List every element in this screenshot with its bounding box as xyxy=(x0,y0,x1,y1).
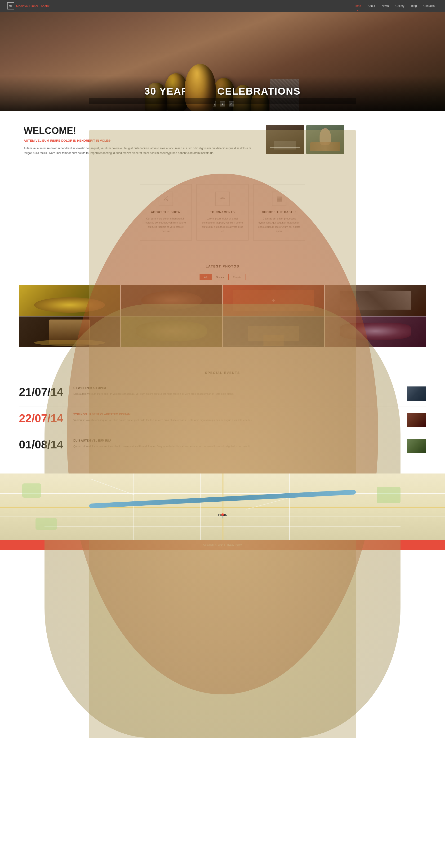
map-location-pin[interactable]: 📍 xyxy=(220,513,226,519)
road-v-2 xyxy=(222,473,224,540)
hero-title: 30 YEARS OF CELEBRATIONS xyxy=(144,86,301,97)
park-3 xyxy=(35,518,57,530)
event-image-1 xyxy=(407,386,426,401)
helmet-main xyxy=(185,64,216,111)
brand-part2: Dinner Theatre xyxy=(29,4,50,8)
road-v-1 xyxy=(134,473,134,540)
road-v-4 xyxy=(200,473,201,540)
brand-logo[interactable]: MT Medieval Dinner Theatre xyxy=(7,2,50,9)
park-1 xyxy=(22,484,41,498)
map-section: PARIS 📍 xyxy=(0,473,445,540)
logo-initials-box: MT xyxy=(7,2,14,9)
road-diag-1 xyxy=(90,479,135,495)
event-image-3 xyxy=(407,439,426,453)
nav-links: Home About News Gallery Blog Contacts xyxy=(350,0,438,12)
brand-part1: Medieval xyxy=(16,4,29,8)
nav-about[interactable]: About xyxy=(364,0,378,12)
navbar: MT Medieval Dinner Theatre Home About Ne… xyxy=(0,0,445,12)
map-background: PARIS 📍 xyxy=(0,473,445,540)
nav-contacts[interactable]: Contacts xyxy=(420,0,438,12)
nav-blog[interactable]: Blog xyxy=(408,0,420,12)
nav-gallery[interactable]: Gallery xyxy=(392,0,408,12)
logo-initials: MT xyxy=(9,5,12,7)
helmet-visor xyxy=(89,98,356,104)
events-section: SPECIAL EVENTS 21/07/14 UT WISI ENIM AD … xyxy=(0,356,445,473)
event-item-3: 01/08/14 DUIS AUTEM VEL EUM IRIU Qer um … xyxy=(19,433,426,459)
park-2 xyxy=(377,487,400,503)
brand-name: Medieval Dinner Theatre xyxy=(16,4,50,8)
hero-section: 30 YEARS OF CELEBRATIONS ◻ ♥ ◻ xyxy=(0,12,445,111)
road-v-3 xyxy=(289,473,290,540)
map-grid xyxy=(0,473,445,540)
event-image-2 xyxy=(407,413,426,427)
nav-news[interactable]: News xyxy=(379,0,392,12)
nav-home[interactable]: Home xyxy=(350,0,364,12)
